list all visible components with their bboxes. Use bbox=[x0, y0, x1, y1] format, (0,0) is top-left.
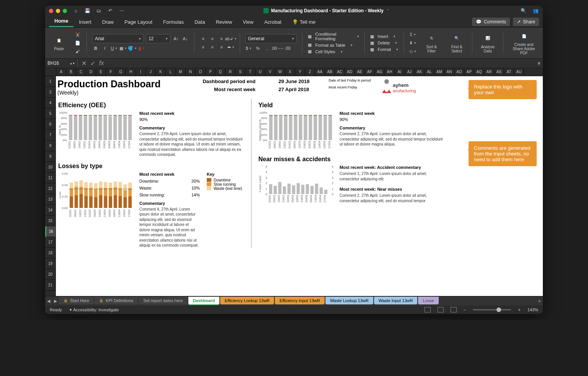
italic-icon[interactable]: I bbox=[101, 45, 108, 52]
sheet-tab[interactable]: Dashboard bbox=[188, 297, 219, 305]
row-header[interactable]: 13 bbox=[45, 194, 56, 205]
minimize-window-button[interactable] bbox=[56, 9, 60, 13]
view-normal-icon[interactable] bbox=[425, 307, 431, 312]
zoom-window-button[interactable] bbox=[63, 9, 67, 13]
align-middle-icon[interactable]: ≡ bbox=[209, 35, 216, 42]
autosave-icon[interactable]: 🗂 bbox=[95, 7, 102, 14]
column-header[interactable]: AK bbox=[415, 68, 425, 76]
column-header[interactable]: C bbox=[76, 68, 86, 76]
tab-review[interactable]: Review bbox=[211, 17, 238, 27]
column-header[interactable]: AD bbox=[345, 68, 355, 76]
tab-insert[interactable]: Insert bbox=[74, 17, 97, 27]
tab-nav-right[interactable]: ▶ bbox=[52, 299, 59, 304]
sheet-tab[interactable]: Efficiency Input 13wR bbox=[275, 297, 325, 304]
underline-icon[interactable]: U▾ bbox=[111, 45, 118, 52]
column-header[interactable]: V bbox=[265, 68, 275, 76]
row-header[interactable]: 4 bbox=[45, 98, 56, 108]
format-cells-button[interactable]: ▦Format▾ bbox=[370, 47, 399, 52]
zoom-slider[interactable] bbox=[473, 309, 511, 311]
tab-page-layout[interactable]: Page Layout bbox=[119, 17, 158, 27]
merge-icon[interactable]: ⬌▾ bbox=[227, 44, 234, 51]
column-header[interactable]: AP bbox=[464, 68, 474, 76]
cancel-formula-icon[interactable]: ✕ bbox=[82, 60, 87, 67]
column-header[interactable]: Z bbox=[305, 68, 315, 76]
row-header[interactable]: 9 bbox=[45, 151, 56, 162]
select-all-corner[interactable] bbox=[45, 68, 56, 76]
add-sheet-button[interactable]: + bbox=[536, 298, 543, 304]
delete-cells-button[interactable]: ▦Delete▾ bbox=[370, 41, 397, 46]
autosum-icon[interactable]: Σ▾ bbox=[409, 31, 416, 38]
zoom-out-button[interactable]: − bbox=[464, 307, 466, 312]
sheet-tab[interactable]: Efficiency Lookup 13wR bbox=[220, 297, 274, 304]
format-painter-icon[interactable]: 🖌 bbox=[74, 48, 81, 55]
column-header[interactable]: AC bbox=[335, 68, 345, 76]
column-header[interactable]: AQ bbox=[474, 68, 484, 76]
close-window-button[interactable] bbox=[49, 9, 53, 13]
column-header[interactable]: AB bbox=[325, 68, 335, 76]
cut-icon[interactable]: ✂️ bbox=[74, 31, 81, 38]
tab-data[interactable]: Data bbox=[189, 17, 210, 27]
undo-icon[interactable]: ↶ bbox=[107, 7, 114, 14]
column-header[interactable]: M bbox=[176, 68, 186, 76]
row-header[interactable]: 20 bbox=[45, 269, 56, 280]
row-headers[interactable]: 13456789101112131415161718192021 bbox=[45, 76, 56, 296]
column-header[interactable]: N bbox=[186, 68, 196, 76]
row-header[interactable]: 18 bbox=[45, 248, 56, 258]
fill-icon[interactable]: ⬇▾ bbox=[409, 39, 416, 46]
column-header[interactable]: I bbox=[136, 68, 146, 76]
sort-filter-button[interactable]: ⇅Sort & Filter bbox=[421, 33, 441, 53]
number-format-select[interactable]: General▾ bbox=[245, 34, 297, 43]
row-header[interactable]: 1 bbox=[45, 76, 56, 87]
row-header[interactable]: 19 bbox=[45, 258, 56, 269]
fill-color-icon[interactable]: 🪣▾ bbox=[129, 45, 136, 52]
column-header[interactable]: B bbox=[66, 68, 76, 76]
sheet-tab[interactable]: Start Here bbox=[59, 297, 94, 304]
accept-formula-icon[interactable]: ✓ bbox=[90, 60, 95, 67]
align-right-icon[interactable]: ≡ bbox=[218, 44, 225, 51]
column-header[interactable]: U bbox=[255, 68, 265, 76]
column-header[interactable]: E bbox=[96, 68, 106, 76]
tab-nav-left[interactable]: ◀ bbox=[45, 299, 52, 304]
increase-decimal-icon[interactable]: .00→ bbox=[273, 45, 280, 52]
column-header[interactable]: W bbox=[275, 68, 285, 76]
sheet-tab[interactable]: Set report dates here bbox=[139, 297, 187, 304]
save-icon[interactable]: 💾 bbox=[84, 7, 91, 14]
row-header[interactable]: 10 bbox=[45, 162, 56, 173]
more-quick-icon[interactable]: ⋯ bbox=[118, 7, 125, 14]
tab-view[interactable]: View bbox=[237, 17, 259, 27]
clear-icon[interactable]: ◇▾ bbox=[409, 48, 416, 55]
font-size-select[interactable]: 12▾ bbox=[146, 34, 170, 43]
row-header[interactable]: 11 bbox=[45, 173, 56, 183]
name-box[interactable]: BH16▲▼ bbox=[45, 59, 78, 68]
column-header[interactable]: P bbox=[206, 68, 216, 76]
column-header[interactable]: AT bbox=[504, 68, 514, 76]
column-header[interactable]: AR bbox=[484, 68, 494, 76]
zoom-level[interactable]: 143% bbox=[528, 307, 538, 312]
column-header[interactable]: AO bbox=[454, 68, 464, 76]
format-as-table-button[interactable]: ▦Format as Table▾ bbox=[308, 43, 353, 47]
font-select[interactable]: Arial▾ bbox=[92, 34, 144, 43]
conditional-formatting-button[interactable]: ▦Conditional Formatting▾ bbox=[308, 32, 359, 41]
decrease-decimal-icon[interactable]: ←.00 bbox=[282, 45, 289, 52]
column-header[interactable]: Q bbox=[216, 68, 225, 76]
chevron-down-icon[interactable]: ˇ bbox=[387, 9, 389, 13]
row-header[interactable]: 6 bbox=[45, 119, 56, 130]
expand-formula-icon[interactable]: ▾ bbox=[537, 60, 541, 67]
view-page-layout-icon[interactable] bbox=[438, 307, 444, 312]
comma-icon[interactable]: , bbox=[264, 45, 271, 52]
column-header[interactable]: AI bbox=[395, 68, 405, 76]
sheet-tab[interactable]: Waste Input 13wR bbox=[374, 297, 417, 304]
paste-button[interactable]: 📋 Paste bbox=[49, 35, 69, 51]
column-headers[interactable]: ABCDEFGHIJKLMNOPQRSTUVWXYZAAABACADAEAFAG… bbox=[45, 68, 543, 76]
worksheet-canvas[interactable]: Production Dashboard (Weekly) Dashboard … bbox=[56, 76, 543, 296]
align-bottom-icon[interactable]: ≡ bbox=[218, 35, 225, 42]
currency-icon[interactable]: $▾ bbox=[245, 45, 252, 52]
column-header[interactable]: AM bbox=[434, 68, 444, 76]
view-page-break-icon[interactable] bbox=[451, 307, 457, 312]
percent-icon[interactable]: % bbox=[255, 45, 261, 52]
row-header[interactable]: 21 bbox=[45, 280, 56, 291]
borders-icon[interactable]: ▦▾ bbox=[120, 45, 127, 52]
adobe-pdf-button[interactable]: 📄Create and Share Adobe PDF bbox=[509, 31, 539, 55]
row-header[interactable]: 16 bbox=[45, 226, 56, 237]
tab-formulas[interactable]: Formulas bbox=[158, 17, 189, 27]
